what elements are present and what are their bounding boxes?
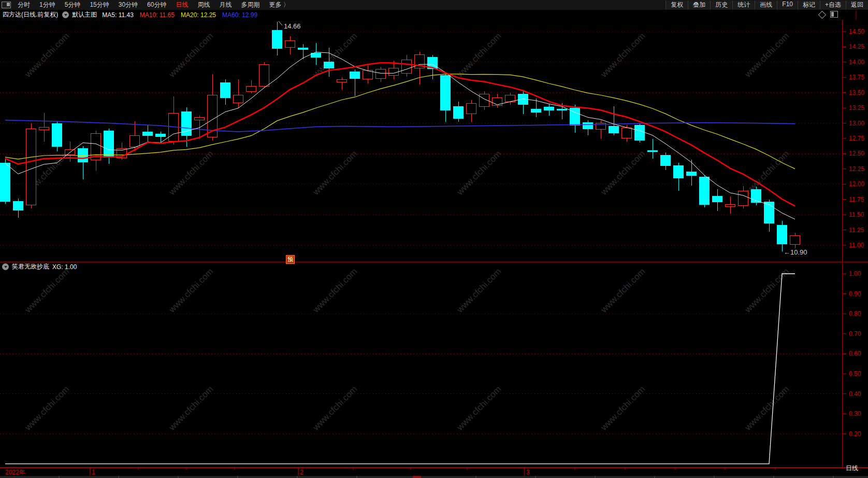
svg-text:www.cfchi.com: www.cfchi.com — [455, 384, 503, 433]
svg-text:13.00: 13.00 — [849, 120, 864, 127]
svg-text:www.cfchi.com: www.cfchi.com — [599, 266, 647, 315]
svg-text:11.50: 11.50 — [849, 211, 864, 218]
svg-text:www.cfchi.com: www.cfchi.com — [311, 384, 359, 433]
annotations-group: 14.66←10.90 — [279, 21, 807, 256]
ma10-line — [5, 63, 795, 206]
svg-text:1.00: 1.00 — [849, 270, 861, 277]
svg-text:12.50: 12.50 — [849, 150, 864, 157]
ma-legend-2: MA20: 12.25 — [181, 11, 216, 19]
stock-title: 四方达(日线.前复权) — [3, 10, 58, 19]
svg-text:0.20: 0.20 — [849, 430, 861, 438]
tool-item-0[interactable]: 复权 — [666, 1, 688, 9]
svg-text:www.cfchi.com: www.cfchi.com — [743, 31, 791, 80]
tool-item-6[interactable]: 标记 — [798, 1, 820, 9]
ma-legend: MA5: 11.43MA10: 11.65MA20: 12.25MA60: 12… — [102, 11, 264, 19]
svg-text:www.cfchi.com: www.cfchi.com — [23, 384, 71, 433]
menu-item-9[interactable]: 多周期 — [236, 1, 264, 8]
menu-item-2[interactable]: 5分钟 — [60, 1, 85, 8]
svg-text:www.cfchi.com: www.cfchi.com — [743, 149, 791, 198]
menu-item-10[interactable]: 更多 〉 — [264, 1, 294, 8]
svg-text:www.cfchi.com: www.cfchi.com — [455, 266, 503, 315]
svg-text:www.cfchi.com: www.cfchi.com — [167, 31, 215, 80]
svg-text:2022年: 2022年 — [5, 469, 25, 476]
svg-text:www.cfchi.com: www.cfchi.com — [311, 266, 359, 315]
menu-item-1[interactable]: 1分钟 — [35, 1, 60, 8]
period-menu-bar: 分时1分钟5分钟15分钟30分钟60分钟日线周线月线多周期更多 〉 复权叠加历史… — [0, 0, 868, 10]
high-annotation: 14.66 — [284, 22, 301, 30]
svg-text:0.40: 0.40 — [849, 390, 861, 398]
watermark-layer: www.cfchi.comwww.cfchi.comwww.cfchi.comw… — [23, 31, 791, 433]
svg-text:www.cfchi.com: www.cfchi.com — [599, 31, 647, 80]
ma-legend-0: MA5: 11.43 — [102, 11, 133, 19]
ma20-line — [5, 74, 795, 169]
diamond-icon[interactable] — [818, 11, 827, 19]
menu-item-4[interactable]: 30分钟 — [114, 1, 142, 8]
chevron-down-glyph — [4, 266, 7, 268]
menu-item-7[interactable]: 周线 — [193, 1, 214, 8]
menu-item-0[interactable]: 分时 — [13, 1, 35, 8]
tool-item-8[interactable]: 返回 — [846, 1, 868, 9]
chart-title-bar: 四方达(日线.前复权) 默认主图 MA5: 11.43MA10: 11.65MA… — [0, 10, 868, 20]
tool-item-7[interactable]: +自选 — [820, 1, 846, 9]
svg-text:11.75: 11.75 — [849, 196, 864, 203]
svg-text:14.50: 14.50 — [849, 28, 864, 35]
svg-text:www.cfchi.com: www.cfchi.com — [167, 149, 215, 198]
chevron-down-circle-icon[interactable] — [2, 263, 9, 270]
signal-badge: 预 — [286, 255, 295, 264]
taskbar-accent — [413, 476, 421, 478]
svg-text:13.50: 13.50 — [849, 89, 864, 96]
svg-text:12.25: 12.25 — [849, 165, 864, 173]
svg-text:0.80: 0.80 — [849, 310, 861, 317]
menu-item-5[interactable]: 60分钟 — [142, 1, 171, 8]
menu-item-6[interactable]: 日线 — [171, 1, 193, 8]
svg-text:www.cfchi.com: www.cfchi.com — [23, 266, 71, 315]
tool-item-1[interactable]: 叠加 — [688, 1, 710, 9]
grid-layer — [0, 32, 843, 434]
candles-group — [1, 22, 800, 251]
main-chart-label[interactable]: 默认主图 — [72, 10, 97, 19]
svg-text:13.25: 13.25 — [849, 104, 864, 111]
ma60-line — [5, 120, 795, 132]
svg-text:0.50: 0.50 — [849, 370, 861, 377]
taskbar-strip[interactable] — [0, 476, 868, 478]
svg-text:12.00: 12.00 — [849, 180, 864, 188]
period-menu-items: 分时1分钟5分钟15分钟30分钟60分钟日线周线月线多周期更多 〉 — [13, 1, 294, 9]
svg-text:0.90: 0.90 — [849, 290, 861, 298]
app-window-icon[interactable] — [2, 2, 11, 8]
tool-item-2[interactable]: 历史 — [710, 1, 732, 9]
ma-lines-group — [5, 52, 795, 219]
svg-text:2: 2 — [300, 469, 303, 476]
split-window-icon[interactable] — [830, 11, 838, 18]
ma-legend-3: MA60: 12.99 — [222, 11, 257, 19]
svg-text:www.cfchi.com: www.cfchi.com — [311, 149, 359, 198]
candlestick-chart-canvas[interactable]: www.cfchi.comwww.cfchi.comwww.cfchi.comw… — [0, 0, 868, 478]
svg-text:12.75: 12.75 — [849, 135, 864, 142]
ma5-line — [5, 52, 795, 219]
title-right-icons — [819, 11, 838, 18]
tool-item-4[interactable]: 画线 — [755, 1, 777, 9]
menu-item-8[interactable]: 月线 — [214, 1, 236, 8]
svg-text:www.cfchi.com: www.cfchi.com — [599, 149, 647, 198]
xg-indicator-line — [5, 274, 795, 464]
svg-text:0.60: 0.60 — [849, 350, 861, 357]
period-label: 日线 — [846, 464, 858, 473]
svg-text:www.cfchi.com: www.cfchi.com — [599, 384, 647, 433]
indicator-line-group — [5, 274, 795, 464]
svg-text:11.25: 11.25 — [849, 227, 864, 234]
svg-text:11.00: 11.00 — [849, 242, 864, 249]
ma-legend-1: MA10: 11.65 — [140, 11, 175, 19]
svg-text:www.cfchi.com: www.cfchi.com — [455, 149, 503, 198]
svg-text:14.25: 14.25 — [849, 43, 864, 50]
indicator-name: 笑君无敌抄底 — [12, 262, 49, 271]
svg-text:1: 1 — [92, 469, 95, 476]
tool-item-3[interactable]: 统计 — [732, 1, 755, 9]
svg-text:3: 3 — [526, 469, 530, 476]
chevron-down-circle-icon[interactable] — [62, 11, 69, 18]
axis-layer: 14.5014.2514.0013.7513.5013.2513.0012.75… — [0, 10, 868, 468]
menu-item-3[interactable]: 15分钟 — [85, 1, 113, 8]
svg-text:0.30: 0.30 — [849, 410, 861, 417]
tool-item-5[interactable]: F10 — [777, 1, 798, 9]
low-annotation: ←10.90 — [784, 248, 807, 256]
x-axis-layer: 2022年123 — [5, 468, 775, 476]
svg-text:0.70: 0.70 — [849, 330, 861, 338]
